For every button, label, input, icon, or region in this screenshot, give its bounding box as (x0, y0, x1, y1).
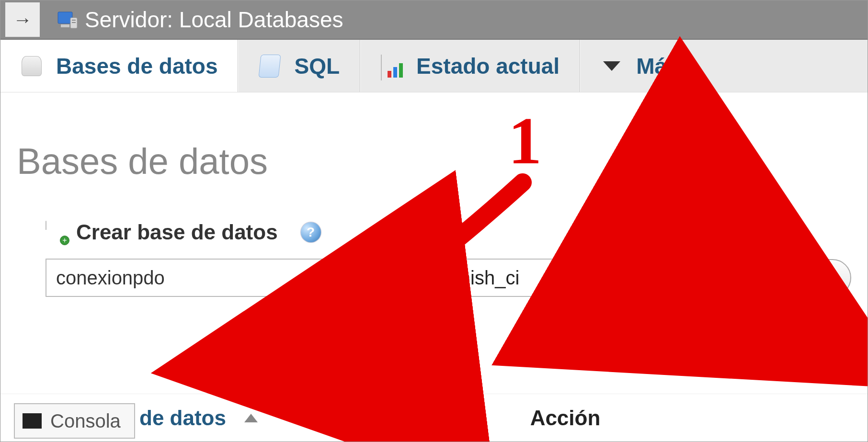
console-button[interactable]: Consola (14, 403, 135, 439)
nav-forward-button[interactable]: → (5, 2, 40, 37)
tab-sql-label: SQL (294, 53, 340, 79)
svg-rect-4 (72, 22, 76, 23)
sort-asc-icon[interactable] (244, 414, 258, 422)
tab-more-label: Más (636, 53, 679, 79)
tab-status-label: Estado actual (416, 53, 560, 79)
tab-databases[interactable]: Bases de datos (0, 40, 238, 92)
column-header-action: Acción (530, 406, 601, 430)
tab-more[interactable]: Más (580, 40, 868, 92)
create-db-form: utf8_spanish_ci ▼ Crear (17, 259, 851, 297)
server-breadcrumb-bar: → Servidor: Local Databases (0, 0, 868, 40)
column-header-database[interactable]: de datos (139, 406, 226, 430)
page-title: Bases de datos (17, 140, 851, 182)
create-db-heading-row: + Crear base de datos ? (17, 220, 851, 244)
collation-selected-value: utf8_spanish_ci (386, 267, 519, 289)
console-icon (23, 413, 42, 429)
help-icon[interactable]: ? (301, 222, 321, 242)
svg-rect-1 (61, 24, 69, 27)
tab-sql[interactable]: SQL (238, 40, 360, 92)
tab-bar: Bases de datos SQL Estado actual Más (0, 40, 868, 92)
server-breadcrumb-text[interactable]: Servidor: Local Databases (85, 7, 343, 33)
sql-icon (259, 55, 281, 77)
server-icon (56, 9, 79, 30)
create-button[interactable]: Crear (763, 259, 851, 296)
database-icon (21, 55, 43, 77)
create-db-label: Crear base de datos (76, 220, 278, 244)
database-add-icon: + (46, 221, 68, 243)
svg-rect-3 (72, 20, 76, 21)
tab-databases-label: Bases de datos (56, 53, 217, 79)
page-body: Bases de datos + Crear base de datos ? u… (0, 92, 868, 297)
db-name-input[interactable] (46, 259, 343, 297)
console-label: Consola (50, 410, 121, 432)
status-icon (381, 55, 403, 77)
collation-select[interactable]: utf8_spanish_ci ▼ (374, 259, 732, 297)
column-header-collation[interactable]: Cotejamiento (349, 406, 482, 430)
tab-status[interactable]: Estado actual (360, 40, 580, 92)
arrow-right-icon: → (13, 9, 32, 31)
chevron-down-icon (601, 55, 623, 77)
chevron-down-icon: ▼ (707, 271, 720, 285)
